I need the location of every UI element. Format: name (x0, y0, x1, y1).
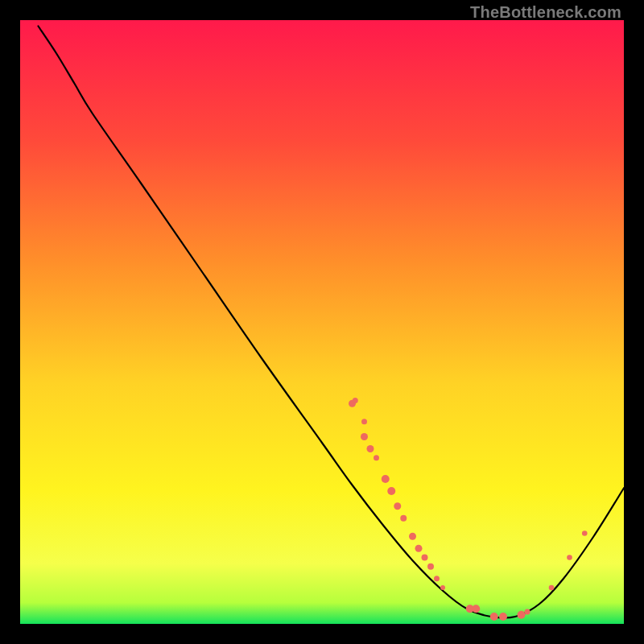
watermark-text: TheBottleneck.com (470, 3, 621, 22)
data-dot (367, 445, 374, 452)
data-dot (400, 515, 407, 522)
data-dot (567, 555, 572, 560)
data-dot (434, 576, 440, 581)
data-dot (582, 530, 588, 536)
data-dot (374, 455, 379, 460)
data-dot (415, 545, 423, 552)
chart-plot (20, 20, 624, 624)
chart-frame: TheBottleneck.com (0, 0, 644, 644)
data-dot (549, 585, 555, 591)
data-dot (387, 487, 395, 495)
data-dot (499, 613, 507, 621)
data-dot (440, 585, 445, 590)
data-dot (422, 555, 428, 561)
data-dot (361, 419, 367, 424)
data-dot (518, 611, 526, 619)
data-dot (409, 533, 416, 540)
data-dot (382, 475, 390, 483)
data-dot (427, 564, 434, 570)
data-dot (525, 609, 530, 615)
data-dot (394, 502, 401, 510)
data-dot (353, 398, 358, 403)
plot-background (20, 20, 624, 624)
data-dot (361, 433, 368, 440)
data-dot (472, 605, 480, 613)
data-dot (490, 613, 498, 621)
